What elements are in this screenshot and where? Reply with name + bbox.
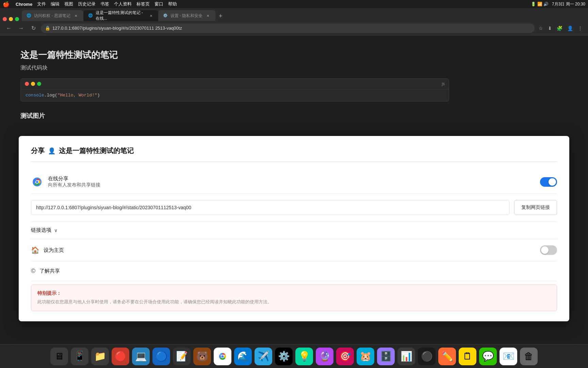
reload-button[interactable]: ↻ <box>29 24 38 33</box>
chrome-logo-container <box>31 176 43 188</box>
extension-icon[interactable]: 🧩 <box>555 24 564 32</box>
page-content: 这是一篇特性测试的笔记 测试代码块 js console.log("Hello,… <box>0 35 588 308</box>
dock-trash[interactable]: 🗑 <box>520 348 538 365</box>
share-url-input[interactable] <box>31 200 509 215</box>
dock-notes[interactable]: 🗒 <box>459 348 476 365</box>
minimize-button[interactable] <box>9 17 13 21</box>
dock-siyuan[interactable]: 📝 <box>173 348 191 365</box>
close-button[interactable] <box>3 17 7 21</box>
dock-app-blue[interactable]: 💻 <box>132 348 150 365</box>
link-options-label: 链接选项 <box>31 227 51 233</box>
menu-file[interactable]: 文件 <box>37 1 46 7</box>
dock-webstorm[interactable]: 💡 <box>295 348 313 365</box>
tab-favicon-1: 🌐 <box>27 13 31 18</box>
lock-icon: 🔒 <box>45 26 50 31</box>
dock-mail[interactable]: 📧 <box>500 348 517 365</box>
tab-favicon-2: 🌐 <box>88 13 93 18</box>
maximize-button[interactable] <box>15 17 19 21</box>
copy-link-button[interactable]: 复制网页链接 <box>514 200 557 215</box>
page-subtitle: 测试代码块 <box>20 64 568 72</box>
notice-text: 此功能仅在您愿意与他人分享时使用，请务必不要在公开场合使用此功能，请确保您已经阅… <box>37 298 551 305</box>
tab-close-3[interactable]: ✕ <box>205 13 211 18</box>
forward-button[interactable]: → <box>16 24 26 33</box>
dock-notchmeister[interactable]: ⚫ <box>418 348 436 365</box>
tab-settings[interactable]: ⚙️ 设置 - 隐私和安全 ✕ <box>158 10 216 21</box>
address-text: 127.0.0.1:6807/plugins/siyuan-blog/#/s/2… <box>52 26 530 31</box>
menu-help[interactable]: 帮助 <box>168 1 177 7</box>
dock-datagrip[interactable]: 🗄️ <box>377 348 395 365</box>
url-row: 复制网页链接 <box>31 194 557 221</box>
apple-logo: 🍎 <box>3 1 10 7</box>
dock-files[interactable]: 📁 <box>91 348 109 365</box>
notice-title: 特别提示： <box>37 290 551 296</box>
menu-view[interactable]: 视图 <box>64 1 73 7</box>
dock-app-1[interactable]: 📊 <box>397 348 415 365</box>
tab-label-1: 访问权权 - 思源笔记 <box>34 13 70 19</box>
learn-share-label[interactable]: 了解共享 <box>39 268 60 274</box>
tab-label-2: 这是一篇特性测试的笔记 - 在线... <box>96 10 146 21</box>
dock-chrome[interactable] <box>214 348 231 365</box>
new-tab-button[interactable]: + <box>215 11 226 21</box>
dock-edge[interactable]: 🌊 <box>234 348 252 365</box>
homepage-row: 🏠 设为主页 <box>31 239 557 261</box>
svg-point-7 <box>222 355 224 357</box>
dock-finder[interactable]: 🖥 <box>50 348 68 365</box>
info-icon: © <box>31 267 35 275</box>
browser-toolbar: ← → ↻ 🔒 127.0.0.1:6807/plugins/siyuan-bl… <box>0 21 588 35</box>
download-icon[interactable]: ⬇ <box>546 24 553 32</box>
tab-favicon-3: ⚙️ <box>163 13 168 18</box>
code-block-header: js <box>21 79 449 89</box>
menu-profile[interactable]: 个人资料 <box>114 1 132 7</box>
tab-siyuan-access[interactable]: 🌐 访问权权 - 思源笔记 ✕ <box>22 10 83 21</box>
toggle-thumb <box>549 178 556 186</box>
window-controls <box>3 17 19 21</box>
menubar-right: 🔋 📶 🔊 7月3日 周一 20:30 <box>531 1 585 7</box>
code-tl-yellow <box>31 82 35 86</box>
share-label: 分享 <box>31 146 45 155</box>
tab-close-1[interactable]: ✕ <box>73 13 79 18</box>
dock-app-red[interactable]: 🔴 <box>112 348 129 365</box>
online-share-label: 在线分享 <box>48 175 540 182</box>
page-title: 这是一篇特性测试的笔记 <box>20 49 568 61</box>
tab-close-2[interactable]: ✕ <box>149 13 153 18</box>
notice-box: 特别提示： 此功能仅在您愿意与他人分享时使用，请务必不要在公开场合使用此功能，请… <box>31 285 557 311</box>
code-tl-red <box>25 82 29 86</box>
tab-blog-active[interactable]: 🌐 这是一篇特性测试的笔记 - 在线... ✕ <box>83 10 158 21</box>
dock-bear[interactable]: 🐻 <box>193 348 211 365</box>
online-share-row: 在线分享 向所有人发布和共享链接 <box>31 170 557 194</box>
link-options-row[interactable]: 链接选项 ∨ <box>31 221 557 239</box>
chrome-frame: 🌐 访问权权 - 思源笔记 ✕ 🌐 这是一篇特性测试的笔记 - 在线... ✕ … <box>0 8 588 35</box>
code-string: "Hello, World!" <box>58 93 97 98</box>
code-keyword: console <box>26 93 44 98</box>
svg-point-4 <box>36 181 38 183</box>
homepage-toggle[interactable] <box>540 245 557 255</box>
online-share-desc: 向所有人发布和共享链接 <box>48 182 540 188</box>
dock-wechat[interactable]: 💬 <box>479 348 497 365</box>
online-share-toggle[interactable] <box>540 177 557 187</box>
dock-pencil[interactable]: ✏️ <box>438 348 456 365</box>
menu-history[interactable]: 历史记录 <box>78 1 96 7</box>
menu-window[interactable]: 窗口 <box>154 1 163 7</box>
menu-tabs[interactable]: 标签页 <box>136 1 150 7</box>
menu-edit[interactable]: 编辑 <box>51 1 60 7</box>
tab-label-3: 设置 - 隐私和安全 <box>170 13 203 19</box>
dock-launchpad[interactable]: 📱 <box>71 348 88 365</box>
dock-jetbrains[interactable]: ⚙️ <box>275 348 293 365</box>
code-traffic-lights <box>25 82 41 86</box>
dock-vscode[interactable]: 🔵 <box>152 348 170 365</box>
learn-share-row: © 了解共享 <box>31 261 557 281</box>
menu-bookmarks[interactable]: 书签 <box>100 1 109 7</box>
dock-goland[interactable]: 🐹 <box>357 348 374 365</box>
dock-rider[interactable]: 🎯 <box>336 348 354 365</box>
code-block: js console.log("Hello, World!") <box>20 78 449 102</box>
back-button[interactable]: ← <box>4 24 14 33</box>
profile-icon[interactable]: 👤 <box>566 24 574 32</box>
menu-icon[interactable]: ⋮ <box>576 24 584 32</box>
bookmark-icon[interactable]: ☆ <box>537 24 544 32</box>
chevron-down-icon: ∨ <box>54 228 58 233</box>
address-bar[interactable]: 🔒 127.0.0.1:6807/plugins/siyuan-blog/#/s… <box>41 24 535 33</box>
dock-phpstorm[interactable]: 🔮 <box>316 348 333 365</box>
modal-title-note: 这是一篇特性测试的笔记 <box>59 146 134 155</box>
dock-telegram[interactable]: ✈️ <box>255 348 272 365</box>
image-section-title: 测试图片 <box>20 112 568 120</box>
